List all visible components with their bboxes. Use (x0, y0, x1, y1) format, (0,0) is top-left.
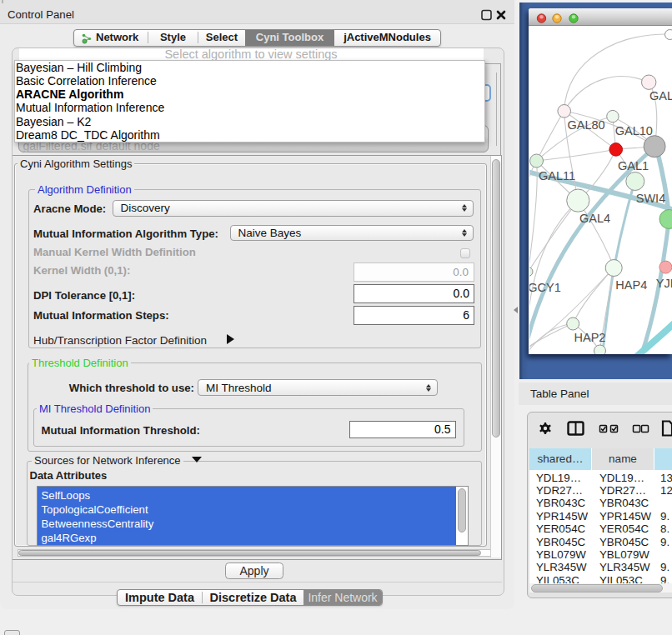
svg-text:GAL11: GAL11 (538, 169, 574, 182)
svg-text:GAL10: GAL10 (614, 124, 652, 138)
svg-text:HAP4: HAP4 (615, 278, 647, 292)
svg-text:GAL4: GAL4 (579, 212, 609, 225)
svg-text:GAL80: GAL80 (567, 118, 604, 132)
svg-text:GAL7: GAL7 (649, 89, 672, 102)
svg-text:SWI4: SWI4 (635, 192, 664, 205)
svg-text:GAL1: GAL1 (617, 159, 648, 172)
svg-text:YJL…: YJL… (655, 277, 672, 290)
svg-text:HAP2: HAP2 (574, 331, 605, 344)
svg-text:GCY1: GCY1 (529, 281, 561, 294)
